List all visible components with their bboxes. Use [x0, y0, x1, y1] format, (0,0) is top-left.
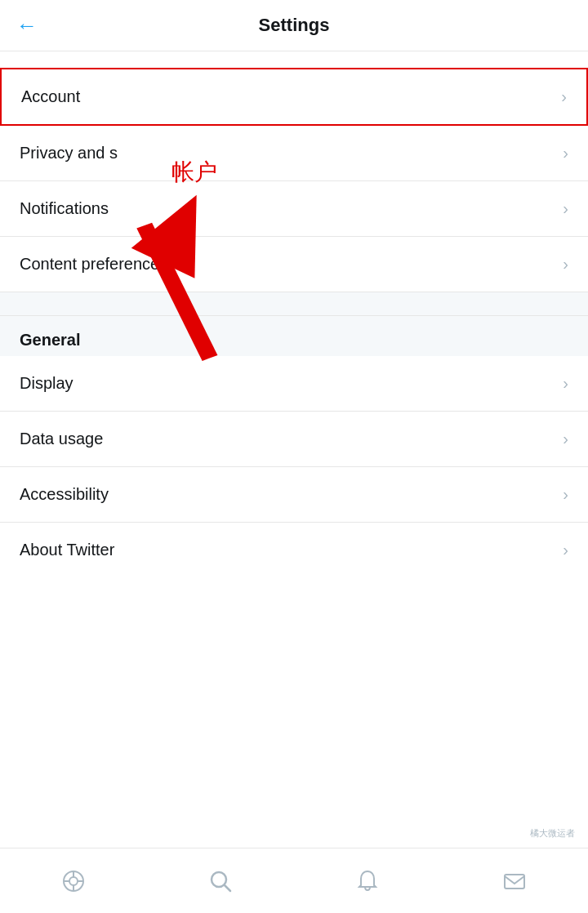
bell-icon — [353, 866, 382, 896]
nav-messages[interactable] — [441, 848, 588, 913]
data-usage-label: Data usage — [20, 430, 103, 448]
svg-line-9 — [225, 885, 230, 891]
watermark: 橘大微运者 — [530, 827, 575, 840]
notifications-label: Notifications — [20, 199, 109, 218]
home-icon — [59, 866, 88, 896]
content-settings-item[interactable]: Content preferences › — [0, 237, 588, 292]
account-settings-group: Account › Privacy and s › Notifications … — [0, 68, 588, 292]
privacy-label: Privacy and s — [20, 144, 118, 163]
nav-search[interactable] — [147, 848, 294, 913]
nav-notifications[interactable] — [294, 848, 441, 913]
about-label: About Twitter — [20, 541, 114, 559]
general-header-label: General — [20, 331, 80, 349]
data-usage-chevron-icon: › — [563, 430, 568, 448]
notifications-settings-item[interactable]: Notifications › — [0, 181, 588, 237]
general-section-header: General — [0, 316, 588, 356]
display-settings-item[interactable]: Display › — [0, 356, 588, 412]
header: ← Settings — [0, 0, 588, 51]
data-usage-settings-item[interactable]: Data usage › — [0, 412, 588, 467]
bottom-navigation — [0, 848, 588, 913]
display-chevron-icon: › — [563, 374, 568, 393]
accessibility-chevron-icon: › — [563, 485, 568, 504]
privacy-chevron-icon: › — [563, 144, 568, 163]
display-label: Display — [20, 374, 74, 393]
general-settings-group: Display › Data usage › Accessibility › A… — [0, 356, 588, 577]
accessibility-settings-item[interactable]: Accessibility › — [0, 467, 588, 523]
svg-rect-10 — [505, 875, 524, 889]
account-label: Account — [21, 87, 80, 106]
notifications-chevron-icon: › — [563, 199, 568, 218]
page-title: Settings — [259, 15, 330, 36]
section-divider — [0, 292, 588, 316]
account-settings-item[interactable]: Account › — [0, 68, 588, 126]
content-chevron-icon: › — [563, 255, 568, 274]
account-chevron-icon: › — [561, 87, 567, 106]
svg-point-3 — [69, 877, 78, 885]
search-icon — [206, 866, 235, 896]
mail-icon — [500, 866, 529, 896]
top-spacer — [0, 51, 588, 68]
content-label: Content preferences — [20, 255, 167, 274]
accessibility-label: Accessibility — [20, 485, 109, 504]
back-button[interactable]: ← — [16, 13, 38, 38]
privacy-settings-item[interactable]: Privacy and s › — [0, 126, 588, 181]
nav-home[interactable] — [0, 848, 147, 913]
bottom-spacer — [0, 577, 588, 643]
about-settings-item[interactable]: About Twitter › — [0, 523, 588, 577]
about-chevron-icon: › — [563, 541, 568, 559]
